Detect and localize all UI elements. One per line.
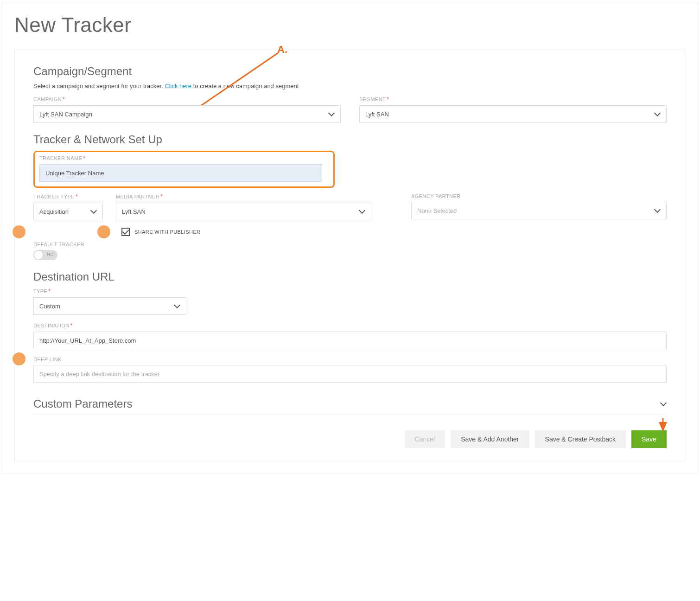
destination-section-title: Destination URL — [33, 270, 667, 283]
page-title: New Tracker — [14, 13, 686, 37]
share-with-publisher-checkbox[interactable] — [121, 228, 130, 236]
chevron-down-icon — [654, 111, 661, 117]
share-with-publisher-label: SHARE WITH PUBLISHER — [134, 229, 200, 235]
chevron-down-icon — [90, 208, 97, 215]
custom-params-title: Custom Parameters — [33, 397, 132, 410]
save-create-postback-button[interactable]: Save & Create Postback — [535, 430, 626, 448]
campaign-section-title: Campaign/Segment — [33, 65, 667, 78]
annotation-a-label: A. — [277, 44, 287, 56]
media-partner-label: MEDIA PARTNER* — [116, 193, 371, 200]
annotation-dot-destination — [13, 352, 25, 365]
chevron-down-icon — [654, 207, 661, 214]
default-tracker-toggle[interactable]: NO — [33, 250, 57, 260]
create-campaign-link[interactable]: Click here — [165, 83, 191, 90]
divider — [33, 414, 667, 415]
deeplink-input[interactable]: Specify a deep link destination for the … — [33, 365, 667, 383]
campaign-select[interactable]: Lyft SAN Campaign — [33, 105, 341, 123]
form-panel: A. Campaign/Segment Select a campaign an… — [14, 50, 686, 461]
destination-type-label: TYPE* — [33, 288, 186, 294]
chevron-down-icon — [359, 208, 365, 215]
tracker-name-input[interactable]: Unique Tracker Name — [39, 164, 322, 182]
deeplink-label: DEEP LINK — [33, 357, 667, 362]
annotation-dot-tracker-type — [13, 225, 25, 238]
chevron-down-icon — [328, 111, 335, 117]
media-partner-select[interactable]: Lyft SAN — [116, 203, 371, 220]
tracker-type-select[interactable]: Acquisition — [33, 203, 103, 220]
agency-partner-select[interactable]: None Selected — [411, 202, 667, 219]
destination-input[interactable]: http://Your_URL_At_App_Store.com — [33, 332, 667, 349]
tracker-section-title: Tracker & Network Set Up — [33, 133, 667, 146]
campaign-helper-text: Select a campaign and segment for your t… — [33, 83, 667, 90]
destination-type-select[interactable]: Custom — [33, 297, 186, 315]
annotation-dot-media-partner — [97, 225, 110, 238]
save-button[interactable]: Save — [631, 430, 667, 448]
campaign-label: CAMPAIGN* — [33, 96, 341, 102]
tracker-name-label: TRACKER NAME* — [39, 155, 329, 161]
cancel-button[interactable]: Cancel — [405, 430, 445, 448]
chevron-down-icon — [174, 303, 180, 309]
tracker-name-highlight: TRACKER NAME* Unique Tracker Name — [33, 151, 335, 188]
tracker-type-label: TRACKER TYPE* — [33, 193, 103, 200]
destination-label: DESTINATION* — [33, 322, 667, 329]
agency-partner-label: AGENCY PARTNER — [411, 193, 667, 199]
segment-label: SEGMENT* — [359, 96, 667, 102]
default-tracker-label: DEFAULT TRACKER — [33, 242, 667, 247]
save-add-another-button[interactable]: Save & Add Another — [451, 430, 529, 448]
segment-select[interactable]: Lyft SAN — [359, 105, 667, 123]
custom-params-chevron-icon[interactable] — [660, 401, 667, 407]
